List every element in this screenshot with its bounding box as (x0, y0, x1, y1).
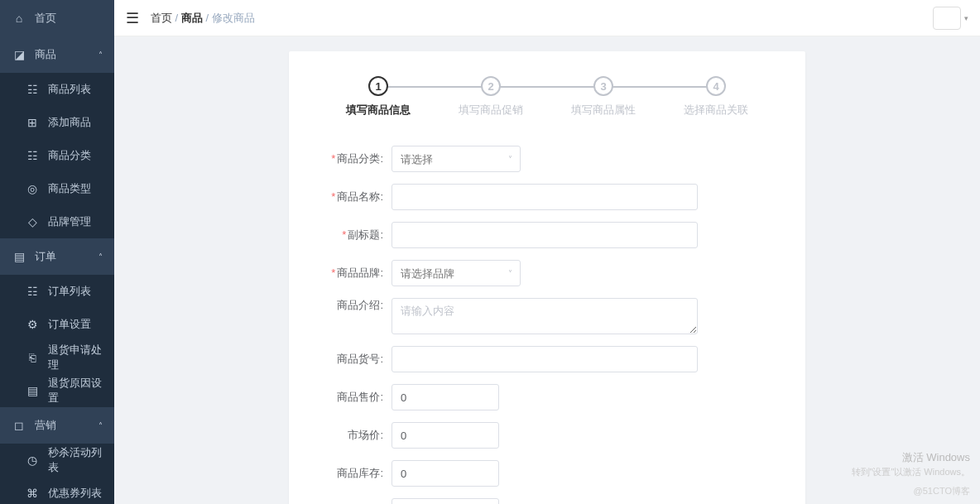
input-market-price[interactable] (392, 422, 499, 449)
sidebar-item-goods-list[interactable]: ☷商品列表 (0, 73, 114, 106)
home-icon: ⌂ (12, 12, 26, 25)
crumb-current: 修改商品 (212, 12, 255, 24)
select-brand-input[interactable] (392, 260, 521, 286)
sidebar-label: 商品类型 (48, 181, 103, 196)
watermark-line3: @51CTO博客 (852, 484, 971, 498)
list-icon: ☷ (25, 83, 40, 96)
sidebar-item-return-request[interactable]: ⎗退货申请处理 (0, 341, 114, 374)
input-subtitle[interactable] (392, 222, 698, 248)
input-unit[interactable] (392, 498, 499, 504)
breadcrumb: 首页 / 商品 / 修改商品 (151, 11, 255, 26)
label-price: 商品售价: (314, 390, 392, 405)
user-avatar[interactable] (933, 7, 961, 30)
sidebar-label: 订单设置 (48, 317, 103, 332)
step-label: 选择商品关联 (684, 103, 748, 118)
select-category[interactable]: ˅ (392, 146, 521, 172)
plus-icon: ⊞ (25, 116, 40, 129)
chevron-up-icon: ˄ (98, 421, 103, 430)
chevron-up-icon: ˄ (98, 50, 103, 60)
step-num: 4 (706, 76, 726, 96)
sidebar-item-goods[interactable]: ◪ 商品 ˄ (0, 36, 114, 73)
step-num: 1 (368, 76, 388, 96)
sidebar-item-home[interactable]: ⌂ 首页 (0, 0, 114, 36)
select-category-input[interactable] (392, 146, 521, 172)
step-2[interactable]: 2填写商品促销 (435, 76, 547, 118)
sidebar-item-flash-sale[interactable]: ◷秒杀活动列表 (0, 444, 114, 477)
step-label: 填写商品信息 (346, 103, 411, 118)
sidebar-label: 商品分类 (48, 148, 103, 163)
watermark-line2: 转到"设置"以激活 Windows。 (852, 465, 971, 479)
steps: 1填写商品信息 2填写商品促销 3填写商品属性 4选择商品关联 (314, 76, 781, 118)
sidebar-item-order-list[interactable]: ☷订单列表 (0, 275, 114, 308)
label-market-price: 市场价: (314, 428, 392, 443)
watermark: 激活 Windows 转到"设置"以激活 Windows。 @51CTO博客 (852, 449, 971, 498)
step-num: 3 (593, 76, 613, 96)
content: 1填写商品信息 2填写商品促销 3填写商品属性 4选择商品关联 *商品分类:˅ … (114, 36, 980, 504)
order-icon: ▤ (12, 250, 26, 263)
label-stock: 商品库存: (314, 466, 392, 481)
step-label: 填写商品促销 (459, 103, 523, 118)
textarea-intro[interactable] (392, 298, 698, 334)
sidebar: ⌂ 首页 ◪ 商品 ˄ ☷商品列表 ⊞添加商品 ☷商品分类 ◎商品类型 ◇品牌管… (0, 0, 114, 504)
chevron-down-icon[interactable]: ▾ (964, 14, 968, 22)
crumb-goods[interactable]: 商品 (181, 12, 203, 24)
step-label: 填写商品属性 (571, 103, 636, 118)
sidebar-item-order[interactable]: ▤ 订单 ˄ (0, 238, 114, 275)
sidebar-label: 优惠券列表 (48, 486, 103, 501)
step-num: 2 (481, 76, 501, 96)
sidebar-item-add-goods[interactable]: ⊞添加商品 (0, 106, 114, 139)
chevron-up-icon: ˄ (98, 252, 103, 262)
sidebar-item-goods-category[interactable]: ☷商品分类 (0, 139, 114, 172)
sidebar-label: 秒杀活动列表 (48, 445, 103, 475)
gear-icon: ⚙ (25, 318, 40, 331)
step-1[interactable]: 1填写商品信息 (322, 76, 435, 118)
sidebar-label: 添加商品 (48, 115, 103, 130)
list-icon: ☷ (25, 285, 40, 298)
sidebar-item-order-settings[interactable]: ⚙订单设置 (0, 308, 114, 341)
sidebar-label: 订单 (35, 249, 98, 264)
sidebar-label: 品牌管理 (48, 214, 103, 229)
category-icon: ☷ (25, 149, 40, 162)
hamburger-icon[interactable]: ☰ (126, 9, 139, 27)
sidebar-item-coupon[interactable]: ⌘优惠券列表 (0, 477, 114, 504)
label-subtitle: *副标题: (314, 228, 392, 242)
sidebar-label: 营销 (35, 418, 98, 433)
topbar: ☰ 首页 / 商品 / 修改商品 ▾ (114, 0, 980, 36)
select-brand[interactable]: ˅ (392, 260, 521, 286)
label-name: *商品名称: (314, 190, 392, 204)
main: ☰ 首页 / 商品 / 修改商品 ▾ 1填写商品信息 2填写商品促销 3填写商品… (114, 0, 980, 504)
input-price[interactable] (392, 384, 499, 410)
label-intro: 商品介绍: (314, 298, 392, 313)
return-icon: ⎗ (25, 351, 40, 364)
label-sku: 商品货号: (314, 352, 392, 367)
step-3[interactable]: 3填写商品属性 (547, 76, 660, 118)
label-category: *商品分类: (314, 151, 392, 166)
sidebar-item-brand[interactable]: ◇品牌管理 (0, 205, 114, 238)
bag-icon: ◪ (12, 48, 26, 61)
sidebar-label: 订单列表 (48, 284, 103, 299)
input-sku[interactable] (392, 346, 698, 372)
sidebar-label: 商品列表 (48, 82, 103, 97)
sidebar-label: 商品 (35, 47, 98, 62)
type-icon: ◎ (25, 182, 40, 195)
tag-icon: ◇ (25, 215, 40, 228)
sidebar-item-marketing[interactable]: ◻ 营销 ˄ (0, 407, 114, 444)
sidebar-label: 退货申请处理 (48, 343, 103, 372)
form-card: 1填写商品信息 2填写商品促销 3填写商品属性 4选择商品关联 *商品分类:˅ … (289, 51, 805, 504)
sidebar-label: 首页 (35, 11, 103, 26)
input-name[interactable] (392, 184, 698, 210)
clock-icon: ◷ (25, 454, 40, 467)
step-4[interactable]: 4选择商品关联 (660, 76, 772, 118)
marketing-icon: ◻ (12, 419, 26, 432)
crumb-home[interactable]: 首页 (151, 12, 172, 24)
sidebar-item-goods-type[interactable]: ◎商品类型 (0, 172, 114, 205)
watermark-line1: 激活 Windows (852, 449, 971, 466)
label-brand: *商品品牌: (314, 266, 392, 281)
sidebar-label: 退货原因设置 (48, 376, 103, 406)
ticket-icon: ⌘ (25, 487, 40, 500)
input-stock[interactable] (392, 460, 499, 487)
sidebar-item-return-reason[interactable]: ▤退货原因设置 (0, 374, 114, 407)
doc-icon: ▤ (25, 384, 40, 397)
